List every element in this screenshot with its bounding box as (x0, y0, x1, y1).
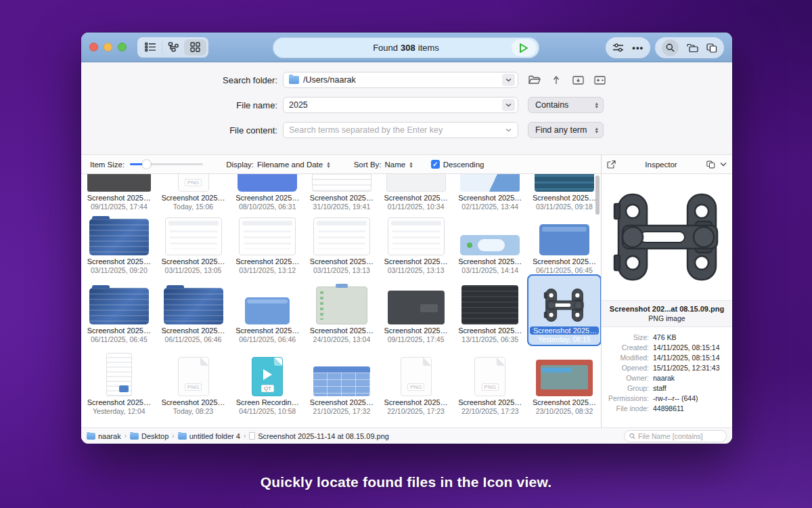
vertical-scrollbar[interactable] (595, 175, 600, 215)
file-name-label: Screenshot 2025… (533, 398, 596, 406)
file-item[interactable]: Screenshot 2025… 09/11/2025, 17:44 (82, 174, 156, 211)
folder-dropdown-button[interactable] (502, 74, 515, 86)
folder-icon (87, 433, 95, 440)
file-item[interactable]: Screenshot 2025… 06/11/2025, 06:46 (230, 274, 304, 346)
breadcrumb-separator-icon: › (125, 432, 127, 440)
file-item[interactable]: PNG Screenshot 2025… Today, 15:06 (156, 174, 231, 211)
inspector-preview (602, 174, 732, 300)
file-item[interactable]: Screenshot 2025… Yesterday, 08:15 (527, 274, 601, 346)
file-date-label: 09/11/2025, 17:45 (388, 335, 445, 343)
file-item[interactable]: Screenshot 2025… 03/11/2025, 13:05 (156, 211, 231, 274)
latch-preview-image (543, 286, 586, 324)
list-view-button[interactable] (139, 39, 162, 56)
choose-folder-button[interactable] (528, 73, 541, 87)
inspector-collapse-button[interactable] (720, 162, 727, 167)
edit-locations-button[interactable] (593, 73, 606, 87)
descending-checkbox[interactable]: ✓ (431, 160, 440, 169)
file-item[interactable]: Screenshot 2025… 13/11/2025, 06:35 (453, 274, 527, 346)
qt-thumbnail: QT (252, 357, 283, 396)
whitewin-thumbnail (239, 217, 296, 255)
file-item[interactable]: Screenshot 2025… 21/10/2025, 17:32 (304, 346, 379, 415)
file-content-label: File content: (81, 125, 283, 135)
file-type-badge: PNG (185, 383, 202, 391)
search-folder-combo[interactable]: /Users/naarak (283, 72, 518, 88)
file-item[interactable]: PNG Screenshot 2025… 22/10/2025, 17:23 (379, 346, 453, 415)
file-item[interactable]: Screenshot 2025… 01/11/2025, 10:34 (379, 174, 453, 211)
search-mode-button[interactable] (662, 39, 679, 56)
file-name-label: Screenshot 2025… (161, 194, 225, 202)
whitewin-thumbnail (165, 217, 222, 255)
file-item[interactable]: Screenshot 2025… 09/11/2025, 17:45 (379, 274, 453, 346)
file-date-label: Yesterday, 08:15 (538, 335, 591, 343)
breadcrumb-item[interactable]: Screenshot 2025-11-14 at 08.15.09.png (249, 432, 389, 440)
breadcrumb-item[interactable]: naarak (87, 432, 121, 440)
tree-view-button[interactable] (162, 39, 184, 56)
file-name-combo[interactable] (283, 97, 518, 113)
file-item[interactable]: Screenshot 2025… Yesterday, 12:04 (82, 346, 156, 415)
sliders-icon (612, 43, 624, 53)
file-date-label: 24/10/2025, 13:04 (313, 335, 371, 343)
breadcrumb-item[interactable]: untitled folder 4 (178, 432, 240, 440)
file-content-input[interactable] (289, 125, 502, 135)
file-item[interactable]: Screenshot 2025… 31/10/2025, 19:41 (304, 174, 379, 211)
slider-knob[interactable] (142, 160, 151, 169)
file-name-label: Screenshot 2025… (161, 257, 225, 266)
file-item[interactable]: Screenshot 2025… 23/10/2025, 08:32 (527, 346, 601, 415)
more-options-button[interactable]: ••• (632, 43, 644, 53)
file-item[interactable]: PNG Screenshot 2025… Today, 08:23 (156, 346, 231, 415)
display-control[interactable]: Display: Filename and Date ▲▼ (226, 161, 331, 169)
minimize-button[interactable] (104, 43, 112, 51)
file-item[interactable]: Screenshot 2025… 03/11/2025, 13:13 (379, 211, 453, 274)
close-button[interactable] (89, 43, 98, 51)
icon-view-button[interactable] (184, 39, 206, 56)
name-match-select[interactable]: Contains ▲▼ (528, 97, 604, 113)
file-item[interactable]: Screenshot 2025… 02/11/2025, 13:44 (453, 174, 527, 211)
item-size-slider[interactable] (130, 163, 203, 165)
actions-pill (655, 37, 724, 58)
copy-files-button[interactable] (706, 43, 717, 53)
inspector-detail-row: Permissions: -rw-r--r-- (644) (602, 394, 728, 404)
file-item[interactable]: Screenshot 2025… 03/11/2025, 13:13 (304, 211, 379, 274)
file-item[interactable]: Screenshot 2025… 06/11/2025, 06:45 (527, 211, 601, 274)
breadcrumb-item[interactable]: Desktop (130, 432, 168, 440)
open-inspector-window-button[interactable] (607, 160, 616, 169)
inspector-copy-button[interactable] (706, 161, 715, 169)
titlebar: Found 308 items ••• (81, 33, 732, 62)
file-item[interactable]: Screenshot 2025… 03/11/2025, 13:12 (230, 211, 304, 274)
external-link-icon (607, 160, 616, 169)
zoom-button[interactable] (118, 43, 127, 51)
folder-icon (289, 76, 299, 84)
file-item[interactable]: Screenshot 2025… 03/11/2025, 14:14 (453, 211, 527, 274)
file-date-label: 09/11/2025, 17:44 (91, 203, 148, 211)
save-location-button[interactable] (571, 73, 585, 87)
file-date-label: 01/11/2025, 10:34 (388, 203, 445, 211)
status-search-input[interactable] (638, 432, 721, 440)
content-match-select[interactable]: Find any term ▲▼ (528, 122, 604, 138)
filter-options-button[interactable] (612, 43, 624, 53)
play-icon (519, 43, 528, 54)
file-item[interactable]: Screenshot 2025… 06/11/2025, 06:46 (156, 274, 231, 346)
reveal-in-folder-button[interactable] (687, 43, 698, 53)
start-search-button[interactable] (512, 39, 536, 56)
folder-download-icon (572, 75, 584, 85)
status-search-field[interactable] (624, 430, 727, 442)
detail-value: naarak (653, 373, 675, 383)
found-count: 308 (401, 43, 415, 53)
file-item[interactable]: Screenshot 2025… 08/10/2025, 06:31 (230, 174, 304, 211)
file-item[interactable]: QT Screen Recordin… 04/11/2025, 10:58 (230, 346, 304, 415)
file-name-label: Screenshot 2025… (235, 194, 299, 202)
file-item[interactable]: Screenshot 2025… 03/11/2025, 09:20 (82, 211, 156, 274)
file-item[interactable]: PNG Screenshot 2025… 22/10/2025, 17:23 (453, 346, 527, 415)
file-content-combo[interactable] (283, 122, 518, 138)
file-item[interactable]: Screenshot 2025… 24/10/2025, 13:04 (304, 274, 379, 346)
file-name-dropdown-button[interactable] (502, 99, 515, 111)
file-name-label: Screenshot 2025… (384, 257, 448, 266)
file-content-dropdown-button[interactable] (502, 124, 515, 136)
parent-folder-button[interactable] (549, 73, 563, 87)
content-area: Screenshot 2025… 09/11/2025, 17:44 PNG S… (81, 174, 732, 427)
file-item[interactable]: Screenshot 2025… 06/11/2025, 06:45 (82, 274, 156, 346)
file-item[interactable]: Screenshot 2025… 03/11/2025, 09:18 (527, 174, 601, 211)
sort-by-control[interactable]: Sort By: Name ▲▼ (354, 161, 413, 169)
file-grid: Screenshot 2025… 09/11/2025, 17:44 PNG S… (81, 174, 601, 415)
file-name-input[interactable] (289, 100, 502, 110)
